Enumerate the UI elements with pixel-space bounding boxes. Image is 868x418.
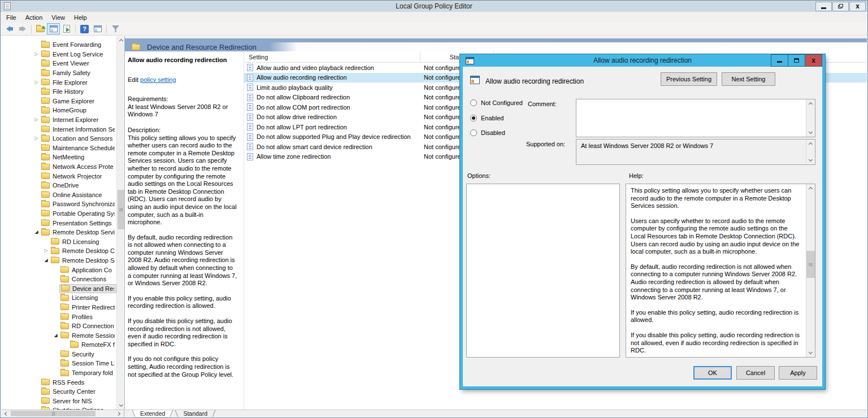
tree-item-remote-desktop-c[interactable]: ▷Remote Desktop C	[1, 246, 116, 256]
tree-item-rss-feeds[interactable]: RSS Feeds	[1, 377, 116, 387]
tree-item-remote-session[interactable]: ◢Remote Session	[1, 330, 116, 340]
menu-view[interactable]: View	[47, 13, 70, 22]
tree-item-game-explorer[interactable]: Game Explorer	[1, 97, 116, 106]
export-list-button[interactable]	[60, 23, 73, 34]
tree-item-rd-licensing[interactable]: RD Licensing	[1, 237, 116, 246]
help-button[interactable]: ?	[78, 23, 91, 34]
tree-item-presentation-settings[interactable]: Presentation Settings	[1, 218, 116, 228]
radio-label: Not Configured	[481, 99, 523, 106]
help-scrollbar[interactable]	[806, 184, 815, 357]
minimize-button[interactable]	[815, 2, 832, 11]
tree-item-connections[interactable]: Connections	[1, 275, 116, 284]
tree-item-family-safety[interactable]: Family Safety	[1, 68, 116, 78]
tree-item-maintenance-schedule[interactable]: Maintenance Schedule	[1, 143, 116, 153]
tree-item-password-synchroniza[interactable]: Password Synchroniza	[1, 199, 116, 209]
expander-expanded-icon[interactable]: ◢	[52, 333, 59, 338]
tree-item-onedrive[interactable]: OneDrive	[1, 181, 116, 190]
tree-item-internet-explorer[interactable]: ▷Internet Explorer	[1, 115, 116, 125]
tree-item-event-log-service[interactable]: ▷Event Log Service	[1, 50, 116, 59]
help-scrollbar-thumb[interactable]	[806, 251, 815, 278]
tree-item-shutdown-options[interactable]: Shutdown Options	[1, 406, 116, 410]
dialog-maximize-button[interactable]	[788, 54, 805, 67]
tree-item-file-explorer[interactable]: ▷File Explorer	[1, 77, 116, 87]
apply-button[interactable]: Apply	[779, 366, 817, 380]
expander-expanded-icon[interactable]: ◢	[42, 258, 50, 263]
tree-item-server-for-nis[interactable]: Server for NIS	[1, 397, 116, 406]
show-console-tree-button[interactable]	[47, 23, 60, 34]
scroll-up-button[interactable]	[117, 36, 125, 44]
forward-button[interactable]	[16, 23, 29, 34]
tree-item-printer-redirect[interactable]: Printer Redirect	[1, 303, 116, 312]
tree-item-event-forwarding[interactable]: Event Forwarding	[1, 40, 116, 50]
scroll-up-button[interactable]	[806, 184, 815, 192]
tree-item-profiles[interactable]: Profiles	[1, 312, 116, 321]
ok-button[interactable]: OK	[693, 366, 732, 380]
expander-collapsed-icon[interactable]: ▷	[42, 249, 50, 253]
tree-item-licensing[interactable]: Licensing	[1, 293, 116, 303]
tree-item-event-viewer[interactable]: Event Viewer	[1, 59, 116, 68]
menu-help[interactable]: Help	[70, 13, 92, 22]
filter-button[interactable]	[109, 23, 122, 34]
expander-expanded-icon[interactable]: ◢	[33, 230, 40, 234]
scroll-down-button[interactable]	[806, 349, 815, 357]
back-button[interactable]	[3, 23, 16, 34]
scroll-up-button[interactable]	[806, 99, 815, 107]
edit-policy-setting-link[interactable]: policy setting	[140, 76, 176, 83]
tree-item-online-assistance[interactable]: Online Assistance	[1, 190, 116, 200]
tree-item-remote-desktop-servic[interactable]: ◢Remote Desktop Servic	[1, 228, 116, 237]
tree-item-session-time-li[interactable]: Session Time Li	[1, 359, 116, 368]
cancel-button[interactable]: Cancel	[736, 366, 775, 380]
expander-collapsed-icon[interactable]: ▷	[33, 117, 40, 122]
tab-standard[interactable]: Standard	[174, 410, 216, 417]
tree-item-device-and-res[interactable]: Device and Res	[1, 284, 116, 293]
dialog-close-button[interactable]: x	[805, 54, 822, 67]
expander-collapsed-icon[interactable]: ▷	[33, 80, 40, 85]
previous-setting-button[interactable]: Previous Setting	[661, 72, 717, 86]
scroll-down-button[interactable]	[806, 156, 815, 164]
menu-file[interactable]: File	[2, 13, 21, 22]
scroll-left-button[interactable]	[2, 410, 10, 417]
tree-item-security-center[interactable]: Security Center	[1, 387, 116, 397]
restore-button[interactable]	[832, 2, 849, 11]
next-setting-button[interactable]: Next Setting	[722, 72, 775, 86]
comment-textarea[interactable]	[576, 99, 815, 137]
scroll-down-button[interactable]	[806, 129, 815, 137]
column-header-setting[interactable]: Setting	[244, 51, 420, 62]
tree-horizontal-scrollbar[interactable]	[1, 410, 124, 417]
tree-item-network-access-prote[interactable]: Network Access Prote	[1, 162, 116, 172]
tree-item-security[interactable]: Security	[1, 350, 116, 359]
supported-scrollbar[interactable]	[806, 140, 815, 164]
tree-hscrollbar-thumb[interactable]	[11, 411, 96, 416]
tree-item-network-projector[interactable]: Network Projector	[1, 171, 116, 181]
scroll-down-button[interactable]	[117, 402, 125, 410]
radio-disabled[interactable]: Disabled	[470, 129, 505, 136]
radio-not-configured[interactable]: Not Configured	[470, 99, 523, 106]
tree-item-portable-operating-sys[interactable]: Portable Operating Sys	[1, 209, 116, 219]
tree-scrollbar-thumb[interactable]	[118, 190, 124, 229]
tab-extended[interactable]: Extended	[131, 410, 174, 417]
tree-item-application-co[interactable]: Application Co	[1, 265, 116, 275]
expander-collapsed-icon[interactable]: ▷	[33, 52, 40, 56]
tree-item-temporary-fold[interactable]: Temporary fold	[1, 368, 116, 378]
scroll-right-button[interactable]	[115, 410, 123, 417]
supported-on-field[interactable]: At least Windows Server 2008 R2 or Windo…	[576, 139, 815, 165]
close-button[interactable]: x	[849, 2, 866, 11]
tree-item-remote-desktop-se[interactable]: ◢Remote Desktop Se	[1, 256, 116, 265]
show-action-pane-button[interactable]	[91, 23, 104, 34]
tree-item-netmeeting[interactable]: NetMeeting	[1, 153, 116, 162]
tree-item-homegroup[interactable]: HomeGroup	[1, 106, 116, 115]
options-panel[interactable]	[466, 184, 620, 358]
tree-item-internet-information-se[interactable]: Internet Information Se	[1, 124, 116, 134]
comment-scrollbar[interactable]	[806, 99, 815, 137]
dialog-minimize-button[interactable]	[771, 54, 788, 67]
tree-item-location-and-sensors[interactable]: ▷Location and Sensors	[1, 134, 116, 143]
up-one-level-button[interactable]	[34, 23, 47, 34]
menu-action[interactable]: Action	[21, 13, 47, 22]
tree-item-remotefx-f[interactable]: RemoteFX f	[1, 340, 116, 350]
tree-vertical-scrollbar[interactable]	[116, 36, 124, 410]
radio-enabled[interactable]: Enabled	[470, 115, 504, 121]
scroll-up-button[interactable]	[806, 140, 815, 147]
tree-item-rd-connection[interactable]: RD Connection	[1, 321, 116, 331]
expander-collapsed-icon[interactable]: ▷	[33, 136, 40, 141]
tree-item-file-history[interactable]: File History	[1, 87, 116, 97]
